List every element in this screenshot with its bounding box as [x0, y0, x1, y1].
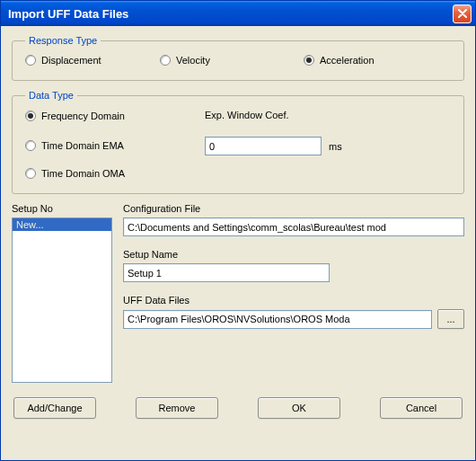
response-type-legend: Response Type: [25, 35, 101, 46]
radio-circle-icon: [160, 55, 171, 66]
browse-button[interactable]: ...: [437, 309, 464, 329]
titlebar: Import UFF Data Files: [1, 1, 475, 26]
data-type-legend: Data Type: [25, 90, 77, 101]
radio-time-domain-oma[interactable]: Time Domain OMA: [25, 168, 125, 179]
client-area: Response Type Displacement Velocity: [1, 26, 475, 430]
radio-circle-icon: [25, 111, 36, 121]
close-button[interactable]: [453, 4, 472, 23]
dialog-window: Import UFF Data Files Response Type Disp…: [0, 0, 476, 461]
uff-files-label: UFF Data Files: [123, 295, 464, 306]
uff-files-input[interactable]: [123, 310, 432, 329]
close-icon: [458, 9, 467, 18]
button-row: Add/Change Remove OK Cancel: [12, 397, 464, 419]
radio-acceleration-label: Acceleration: [320, 55, 375, 66]
radio-circle-icon: [25, 140, 36, 151]
config-file-label: Configuration File: [123, 203, 464, 214]
coef-input[interactable]: [205, 137, 322, 155]
radio-acceleration[interactable]: Acceleration: [304, 55, 375, 66]
setup-name-label: Setup Name: [123, 249, 464, 260]
window-title: Import UFF Data Files: [8, 7, 453, 21]
coef-label: Exp. Window Coef.: [205, 110, 451, 120]
radio-displacement-label: Displacement: [41, 55, 101, 66]
response-type-group: Response Type Displacement Velocity: [12, 35, 464, 81]
setup-name-input[interactable]: [123, 263, 330, 282]
setup-listbox[interactable]: New...: [12, 217, 112, 383]
radio-circle-icon: [25, 55, 36, 66]
coef-unit: ms: [329, 141, 342, 152]
response-type-row: Displacement Velocity Acceleration: [25, 55, 451, 67]
radio-time-domain-ema-label: Time Domain EMA: [41, 140, 124, 151]
radio-time-domain-oma-label: Time Domain OMA: [41, 168, 125, 179]
data-type-group: Data Type Frequency Domain Exp. Window C…: [12, 90, 464, 194]
radio-frequency-domain[interactable]: Frequency Domain: [25, 111, 125, 121]
ok-button[interactable]: OK: [258, 397, 340, 419]
add-change-button[interactable]: Add/Change: [13, 397, 96, 419]
remove-button[interactable]: Remove: [136, 397, 218, 419]
setup-area: Setup No New... Configuration File Setup…: [12, 203, 464, 383]
radio-displacement[interactable]: Displacement: [25, 55, 101, 66]
setup-no-label: Setup No: [12, 203, 112, 214]
radio-circle-icon: [304, 55, 314, 66]
radio-velocity[interactable]: Velocity: [160, 55, 210, 66]
list-item[interactable]: New...: [13, 218, 111, 231]
config-file-input[interactable]: [123, 217, 464, 236]
radio-circle-icon: [25, 168, 36, 179]
cancel-button[interactable]: Cancel: [380, 397, 463, 419]
radio-frequency-domain-label: Frequency Domain: [41, 111, 125, 121]
radio-time-domain-ema[interactable]: Time Domain EMA: [25, 140, 124, 151]
radio-velocity-label: Velocity: [176, 55, 210, 66]
